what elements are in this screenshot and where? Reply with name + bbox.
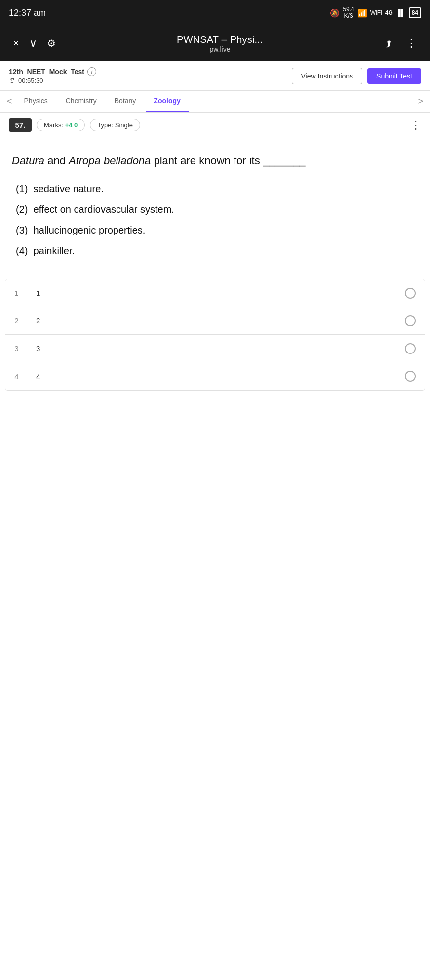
nav-actions: ⮭ ⋮ [379, 32, 422, 55]
option-1: (1) sedative nature. [12, 178, 418, 199]
answer-col-num-1: 1 [5, 279, 28, 307]
submit-test-button[interactable]: Submit Test [367, 68, 421, 84]
tab-chemistry[interactable]: Chemistry [58, 91, 105, 112]
question-atropa: Atropa belladona [69, 155, 151, 167]
test-actions: View Instructions Submit Test [292, 68, 421, 84]
answer-row-3[interactable]: 3 3 [5, 335, 425, 362]
answer-col-num-4: 4 [5, 362, 28, 390]
question-header: 57. Marks: +4 0 Type: Single ⋮ [0, 113, 430, 138]
answer-row-1[interactable]: 1 1 [5, 279, 425, 307]
tabs-chevron-left[interactable]: < [5, 91, 14, 112]
nav-bar: × ∨ ⚙ PWNSAT – Physi... pw.live ⮭ ⋮ [0, 26, 430, 61]
type-badge: Type: Single [90, 119, 140, 131]
chevron-down-button[interactable]: ∨ [24, 32, 42, 55]
wifi-icon: 📶 [357, 8, 367, 18]
answer-choices: 1 1 2 2 3 3 4 4 [5, 279, 425, 391]
answer-row-4[interactable]: 4 4 [5, 362, 425, 390]
close-button[interactable]: × [8, 32, 24, 55]
answer-col-label-3: 3 [28, 336, 396, 360]
option-3: (3) hallucinogenic properties. [12, 220, 418, 240]
marks-value: +4 0 [65, 121, 78, 129]
status-time: 12:37 am [9, 8, 46, 18]
nav-title: PWNSAT – Physi... [177, 34, 263, 45]
tab-physics[interactable]: Physics [16, 91, 56, 112]
answer-col-label-1: 1 [28, 281, 396, 305]
answer-radio-4[interactable] [396, 371, 425, 382]
answer-col-label-2: 2 [28, 309, 396, 333]
answer-radio-2[interactable] [396, 315, 425, 326]
view-instructions-button[interactable]: View Instructions [292, 68, 363, 84]
empty-area [0, 391, 430, 835]
wifi-label: WiFi [370, 9, 382, 16]
question-body: Datura and Atropa belladona plant are kn… [0, 138, 430, 270]
radio-circle-4 [405, 371, 416, 382]
answer-row-2[interactable]: 2 2 [5, 307, 425, 335]
timer-row: ⏱ 00:55:30 [9, 77, 96, 84]
radio-circle-1 [405, 288, 416, 299]
filter-icon[interactable]: ⚙ [42, 33, 61, 54]
status-icons: 🔕 59.4K/S 📶 WiFi 4G ▐▌ 84 [330, 6, 421, 19]
nav-subtitle: pw.live [209, 45, 230, 53]
type-value: Single [115, 121, 133, 129]
option-4: (4) painkiller. [12, 240, 418, 261]
tab-botany[interactable]: Botany [107, 91, 144, 112]
tabs-chevron-right[interactable]: > [416, 91, 425, 112]
question-number-badge: 57. [9, 118, 32, 132]
radio-circle-3 [405, 343, 416, 354]
test-info: 12th_NEET_Mock_Test i ⏱ 00:55:30 [9, 67, 96, 84]
bell-icon: 🔕 [330, 8, 340, 18]
question-text: Datura and Atropa belladona plant are kn… [12, 152, 418, 169]
option-2: (2) effect on cardiovascular system. [12, 199, 418, 220]
radio-circle-2 [405, 315, 416, 326]
test-name: 12th_NEET_Mock_Test [9, 68, 84, 76]
nav-title-block: PWNSAT – Physi... pw.live [65, 34, 375, 53]
signal-value: 59.4K/S [343, 6, 354, 19]
marks-badge: Marks: +4 0 [37, 119, 85, 131]
test-name-row: 12th_NEET_Mock_Test i [9, 67, 96, 76]
answer-radio-3[interactable] [396, 343, 425, 354]
options-list: (1) sedative nature. (2) effect on cardi… [12, 178, 418, 261]
test-header: 12th_NEET_Mock_Test i ⏱ 00:55:30 View In… [0, 61, 430, 91]
info-icon[interactable]: i [87, 67, 96, 76]
timer-value: 00:55:30 [18, 77, 43, 84]
answer-radio-1[interactable] [396, 288, 425, 299]
more-options-icon[interactable]: ⋮ [401, 32, 422, 55]
question-datura: Datura [12, 155, 44, 167]
tab-zoology[interactable]: Zoology [146, 91, 188, 112]
answer-col-label-4: 4 [28, 364, 396, 389]
subject-tabs: < Physics Chemistry Botany Zoology > [0, 91, 430, 113]
status-bar: 12:37 am 🔕 59.4K/S 📶 WiFi 4G ▐▌ 84 [0, 0, 430, 26]
signal-bars-icon: ▐▌ [396, 9, 406, 17]
question-more-options-icon[interactable]: ⋮ [410, 119, 421, 132]
share-icon[interactable]: ⮭ [379, 33, 399, 54]
network-label: 4G [385, 9, 393, 16]
answer-col-num-3: 3 [5, 335, 28, 362]
battery-icon: 84 [409, 7, 421, 18]
answer-col-num-2: 2 [5, 307, 28, 334]
clock-icon: ⏱ [9, 77, 15, 84]
